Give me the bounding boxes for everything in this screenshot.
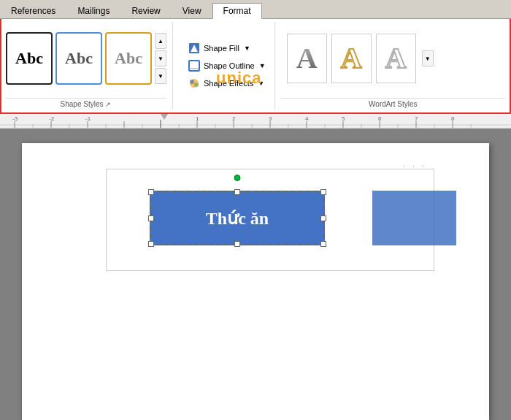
tab-view[interactable]: View (172, 2, 212, 18)
dropdown-more-arrow[interactable]: ▼ (155, 68, 166, 84)
svg-text:-1: -1 (85, 115, 91, 122)
svg-text:2: 2 (232, 115, 236, 122)
shape-outline-icon (188, 59, 201, 72)
svg-text:4: 4 (305, 115, 309, 122)
handle-bl[interactable] (148, 241, 154, 247)
shape-commands-group: Shape Fill ▼ Shape Outline ▼ (179, 22, 275, 110)
tab-bar: References Mailings Review View Format (0, 0, 511, 19)
svg-text:1: 1 (196, 115, 199, 122)
wordart-dropdown-arrow[interactable]: ▼ (422, 50, 434, 66)
wordart-btn-2[interactable]: A (331, 34, 372, 83)
svg-text:7: 7 (415, 115, 418, 122)
svg-text:8: 8 (451, 115, 455, 122)
rotation-handle[interactable] (234, 175, 241, 181)
unica-logo: unica (216, 69, 261, 88)
handle-ml[interactable] (148, 215, 154, 221)
selected-box-text: Thức ăn (206, 208, 269, 229)
selected-box-inner: Thức ăn (150, 191, 325, 245)
tab-review[interactable]: Review (120, 2, 171, 18)
ribbon-content: Abc Abc Abc ▲ ▼ ▼ Shape Styles (1, 19, 510, 112)
wordart-content: A A A ▼ (281, 22, 505, 95)
handle-mr[interactable] (320, 215, 326, 221)
shape-style-btn-3[interactable]: Abc (105, 32, 152, 85)
tab-mailings[interactable]: Mailings (66, 2, 120, 18)
handle-tl[interactable] (148, 189, 154, 195)
svg-text:5: 5 (342, 115, 345, 122)
wordart-btn-3[interactable]: A (376, 34, 416, 83)
shape-style-btn-2[interactable]: Abc (55, 32, 102, 85)
expand-dots: · · · (403, 161, 426, 171)
shape-effects-icon (188, 77, 201, 90)
tab-format[interactable]: Format (212, 3, 262, 19)
svg-text:-2: -2 (49, 115, 55, 122)
ribbon: Abc Abc Abc ▲ ▼ ▼ Shape Styles (0, 19, 511, 114)
svg-text:6: 6 (378, 115, 382, 122)
shape-fill-icon (188, 42, 201, 55)
svg-text:-3: -3 (12, 115, 18, 122)
group-expand-icon[interactable]: ↗ (104, 101, 112, 108)
shape-styles-label: Shape Styles ↗ (6, 98, 166, 110)
svg-point-5 (190, 80, 194, 84)
svg-text:3: 3 (269, 115, 272, 122)
shape-fill-arrow[interactable]: ▼ (244, 45, 250, 52)
ruler: -3 -2 -1 1 2 3 4 5 6 7 8 (0, 114, 511, 129)
document-area: · · · Thức ăn (0, 129, 511, 420)
wordart-styles-group: A A A ▼ WordArt Styles (281, 22, 505, 110)
wordart-btn-1[interactable]: A (287, 34, 327, 83)
shape-style-btn-1[interactable]: Abc (6, 32, 53, 85)
tab-references[interactable]: References (0, 2, 66, 18)
wordart-styles-label: WordArt Styles (281, 98, 505, 110)
shape-fill-btn[interactable]: Shape Fill ▼ (185, 40, 269, 56)
shape-styles-group: Abc Abc Abc ▲ ▼ ▼ Shape Styles (6, 22, 173, 110)
shape-style-dropdown: ▲ ▼ ▼ (155, 32, 166, 85)
handle-tr[interactable] (320, 189, 326, 195)
dropdown-up-arrow[interactable]: ▲ (155, 33, 166, 49)
page: · · · Thức ăn (22, 143, 489, 420)
svg-point-6 (194, 83, 199, 87)
svg-rect-2 (189, 61, 199, 71)
dropdown-down-arrow[interactable]: ▼ (155, 50, 166, 66)
handle-tm[interactable] (234, 189, 240, 195)
handle-br[interactable] (320, 241, 326, 247)
shape-styles-content: Abc Abc Abc ▲ ▼ ▼ (6, 22, 166, 95)
second-smartart-box[interactable] (372, 191, 456, 245)
selected-smartart-box[interactable]: Thức ăn (150, 191, 325, 245)
wordart-dropdown: ▼ (422, 33, 434, 84)
handle-bm[interactable] (234, 241, 240, 247)
